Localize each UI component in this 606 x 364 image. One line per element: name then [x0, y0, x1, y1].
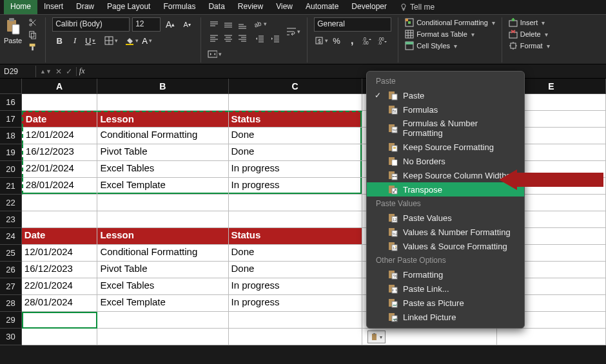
cell[interactable]: Status: [229, 111, 362, 128]
cell[interactable]: [497, 329, 606, 345]
align-top-button[interactable]: [208, 19, 220, 31]
insert-cells-button[interactable]: Insert▾: [509, 17, 550, 28]
col-header-b[interactable]: B: [97, 79, 228, 94]
tell-me[interactable]: Tell me: [393, 0, 441, 14]
menu-item-paste[interactable]: ✓ Paste: [367, 88, 524, 102]
cell[interactable]: [97, 195, 228, 211]
italic-button[interactable]: I: [68, 34, 82, 47]
name-box[interactable]: [0, 66, 36, 77]
cell[interactable]: Pivot Table: [97, 262, 228, 278]
accounting-button[interactable]: $: [314, 34, 328, 47]
decrease-indent-button[interactable]: [253, 32, 267, 45]
orientation-button[interactable]: ab: [253, 17, 267, 30]
cell[interactable]: Done: [229, 144, 362, 161]
row-header[interactable]: 24: [0, 228, 22, 245]
cell[interactable]: Excel Template: [97, 178, 228, 195]
row-header[interactable]: 23: [0, 211, 22, 228]
enter-formula-button[interactable]: ✓: [66, 67, 72, 76]
menu-item-paste-as-picture[interactable]: Paste as Picture: [367, 296, 524, 310]
menu-item-keep-source-formatting[interactable]: Keep Source Formatting: [367, 140, 524, 154]
cell[interactable]: Conditional Formatting: [97, 245, 228, 262]
cell[interactable]: Status: [229, 228, 362, 245]
align-bottom-button[interactable]: [236, 19, 249, 31]
cell[interactable]: [97, 329, 228, 345]
format-as-table-button[interactable]: Format as Table▾: [405, 29, 495, 39]
cell[interactable]: Date: [22, 228, 98, 245]
cell[interactable]: Pivot Table: [97, 144, 228, 161]
cell[interactable]: [97, 94, 228, 111]
menu-item-no-borders[interactable]: No Borders: [367, 154, 524, 168]
cell[interactable]: Excel Tables: [97, 161, 228, 178]
cell[interactable]: [229, 312, 362, 329]
row-header[interactable]: 17: [0, 111, 22, 128]
tab-developer[interactable]: Developer: [345, 0, 393, 14]
percent-button[interactable]: %: [329, 34, 344, 47]
tab-draw[interactable]: Draw: [70, 0, 101, 14]
row-header[interactable]: 29: [0, 312, 22, 329]
cell[interactable]: In progress: [229, 295, 362, 312]
increase-indent-button[interactable]: [268, 32, 282, 45]
font-size-select[interactable]: 12: [132, 17, 161, 32]
menu-item-formatting[interactable]: % Formatting: [367, 267, 524, 282]
cell[interactable]: Excel Template: [97, 295, 228, 312]
merge-button[interactable]: [208, 48, 222, 61]
cell[interactable]: Done: [229, 128, 362, 144]
cell[interactable]: In progress: [229, 178, 362, 195]
row-header[interactable]: 16: [0, 94, 22, 111]
cell[interactable]: Conditional Formatting: [97, 128, 228, 144]
cell[interactable]: 16/12/2023: [22, 144, 98, 161]
cell[interactable]: Done: [229, 262, 362, 278]
cell[interactable]: In progress: [229, 278, 362, 295]
tab-view[interactable]: View: [269, 0, 299, 14]
decrease-font-button[interactable]: A▾: [180, 18, 194, 31]
cell-styles-button[interactable]: Cell Styles▾: [405, 41, 495, 51]
row-header[interactable]: 21: [0, 178, 22, 195]
format-cells-button[interactable]: Format▾: [509, 41, 550, 51]
cell[interactable]: 12/01/2024: [22, 245, 98, 262]
increase-font-button[interactable]: A▴: [163, 18, 177, 31]
cut-button[interactable]: [27, 17, 39, 28]
copy-button[interactable]: [27, 30, 39, 40]
cell[interactable]: [229, 94, 362, 111]
cell[interactable]: [22, 211, 98, 228]
row-header[interactable]: 22: [0, 195, 22, 211]
cell[interactable]: [97, 211, 228, 228]
cell[interactable]: 16/12/2023: [22, 262, 98, 278]
cell[interactable]: Done: [229, 245, 362, 262]
bold-button[interactable]: B: [52, 34, 66, 47]
menu-item-paste-values[interactable]: 123 Paste Values: [367, 211, 524, 225]
cell[interactable]: [22, 94, 98, 111]
conditional-formatting-button[interactable]: Conditional Formatting▾: [405, 17, 495, 28]
tab-insert[interactable]: Insert: [37, 0, 70, 14]
col-header-c[interactable]: C: [229, 79, 362, 94]
formula-input[interactable]: [88, 66, 607, 77]
wrap-text-button[interactable]: [286, 25, 300, 38]
cell[interactable]: [229, 211, 362, 228]
decrease-decimal-button[interactable]: .00.0: [376, 34, 390, 47]
delete-cells-button[interactable]: Delete▾: [509, 29, 550, 39]
cancel-formula-button[interactable]: ✕: [55, 67, 62, 76]
borders-button[interactable]: [104, 34, 118, 47]
cell[interactable]: Lesson: [97, 111, 228, 128]
align-middle-button[interactable]: [222, 19, 235, 31]
row-header[interactable]: 30: [0, 329, 22, 345]
format-painter-button[interactable]: [27, 42, 39, 52]
menu-item-formulas-number-formatting[interactable]: %fx Formulas & Number Formatting: [367, 117, 524, 140]
menu-item-formulas[interactable]: fx Formulas: [367, 102, 524, 117]
cell[interactable]: 22/01/2024: [22, 161, 98, 178]
paste-options-smart-tag[interactable]: ▾: [367, 330, 386, 343]
tab-automate[interactable]: Automate: [299, 0, 345, 14]
select-all-corner[interactable]: [0, 79, 22, 94]
tab-review[interactable]: Review: [231, 0, 269, 14]
menu-item-values-number-formatting[interactable]: %123 Values & Number Formatting: [367, 225, 524, 239]
cell[interactable]: 28/01/2024: [22, 295, 98, 312]
font-color-button[interactable]: A: [140, 34, 154, 47]
cell[interactable]: 12/01/2024: [22, 128, 98, 144]
menu-item-values-source-formatting[interactable]: 123 Values & Source Formatting: [367, 239, 524, 253]
paste-button[interactable]: Paste: [4, 17, 22, 62]
fill-color-button[interactable]: [124, 34, 139, 47]
cell[interactable]: Excel Tables: [97, 278, 228, 295]
cell[interactable]: [22, 329, 98, 345]
font-name-select[interactable]: Calibri (Body): [52, 17, 130, 32]
tab-home[interactable]: Home: [4, 0, 37, 14]
